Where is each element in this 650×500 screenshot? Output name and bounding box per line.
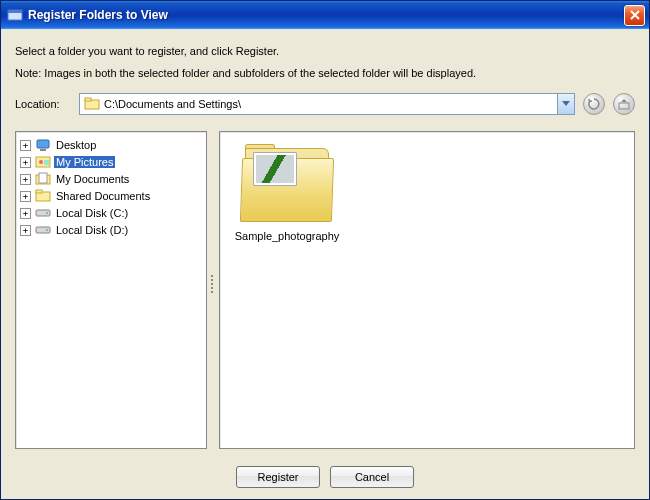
location-label: Location: — [15, 98, 71, 110]
pictures-icon — [35, 154, 51, 170]
register-button[interactable]: Register — [236, 466, 320, 488]
location-dropdown-button[interactable] — [557, 94, 574, 114]
folder-icon — [35, 188, 51, 204]
content-folder-label: Sample_photography — [232, 230, 342, 242]
close-button[interactable] — [624, 5, 645, 26]
instructions-area: Select a folder you want to register, an… — [1, 29, 649, 131]
folder-large-icon — [239, 144, 335, 224]
folder-tree: + Desktop + My Pictures + My Documents + — [18, 137, 204, 238]
dialog-window: Register Folders to View Select a folder… — [0, 0, 650, 500]
window-title: Register Folders to View — [28, 8, 624, 22]
tree-node-local-disk-c[interactable]: + Local Disk (C:) — [18, 205, 204, 221]
expand-toggle[interactable]: + — [20, 208, 31, 219]
app-icon — [7, 7, 23, 23]
svg-point-17 — [46, 229, 48, 231]
documents-icon — [35, 171, 51, 187]
refresh-icon — [588, 98, 600, 110]
up-folder-button[interactable] — [613, 93, 635, 115]
tree-node-desktop[interactable]: + Desktop — [18, 137, 204, 153]
pane-splitter[interactable] — [207, 131, 219, 449]
expand-toggle[interactable]: + — [20, 174, 31, 185]
disk-icon — [35, 205, 51, 221]
location-row: Location: C:\Documents and Settings\ — [15, 93, 635, 115]
main-panes: + Desktop + My Pictures + My Documents + — [1, 131, 649, 455]
svg-point-15 — [46, 212, 48, 214]
folder-thumbnail — [253, 152, 297, 186]
tree-node-label: Local Disk (D:) — [54, 224, 130, 236]
svg-rect-13 — [36, 190, 42, 193]
desktop-icon — [35, 137, 51, 153]
folder-path-icon — [84, 96, 100, 112]
expand-toggle[interactable]: + — [20, 140, 31, 151]
svg-rect-3 — [85, 98, 91, 101]
svg-rect-1 — [8, 10, 22, 13]
tree-node-label: My Pictures — [54, 156, 115, 168]
disk-icon — [35, 222, 51, 238]
svg-rect-5 — [37, 140, 49, 148]
svg-rect-4 — [619, 103, 629, 109]
refresh-button[interactable] — [583, 93, 605, 115]
close-icon — [630, 10, 640, 20]
tree-node-my-pictures[interactable]: + My Pictures — [18, 154, 204, 170]
tree-node-label: Local Disk (C:) — [54, 207, 130, 219]
svg-rect-6 — [40, 149, 46, 151]
expand-toggle[interactable]: + — [20, 225, 31, 236]
expand-toggle[interactable]: + — [20, 157, 31, 168]
folder-tree-pane[interactable]: + Desktop + My Pictures + My Documents + — [15, 131, 207, 449]
tree-node-label: My Documents — [54, 173, 131, 185]
instruction-line-1: Select a folder you want to register, an… — [15, 45, 635, 57]
tree-node-shared-documents[interactable]: + Shared Documents — [18, 188, 204, 204]
tree-node-my-documents[interactable]: + My Documents — [18, 171, 204, 187]
titlebar: Register Folders to View — [1, 1, 649, 29]
svg-rect-11 — [39, 173, 47, 183]
content-folder-item[interactable]: Sample_photography — [232, 144, 342, 242]
tree-node-label: Desktop — [54, 139, 98, 151]
location-combobox[interactable]: C:\Documents and Settings\ — [79, 93, 575, 115]
tree-node-local-disk-d[interactable]: + Local Disk (D:) — [18, 222, 204, 238]
svg-rect-9 — [44, 160, 49, 165]
svg-point-8 — [39, 160, 43, 164]
splitter-grip-icon — [211, 275, 215, 305]
folder-content-pane[interactable]: Sample_photography — [219, 131, 635, 449]
folder-up-icon — [618, 98, 630, 110]
cancel-button[interactable]: Cancel — [330, 466, 414, 488]
instruction-line-2: Note: Images in both the selected folder… — [15, 67, 635, 79]
tree-node-label: Shared Documents — [54, 190, 152, 202]
chevron-down-icon — [562, 101, 570, 107]
expand-toggle[interactable]: + — [20, 191, 31, 202]
dialog-buttons: Register Cancel — [1, 455, 649, 499]
location-path: C:\Documents and Settings\ — [104, 98, 557, 110]
